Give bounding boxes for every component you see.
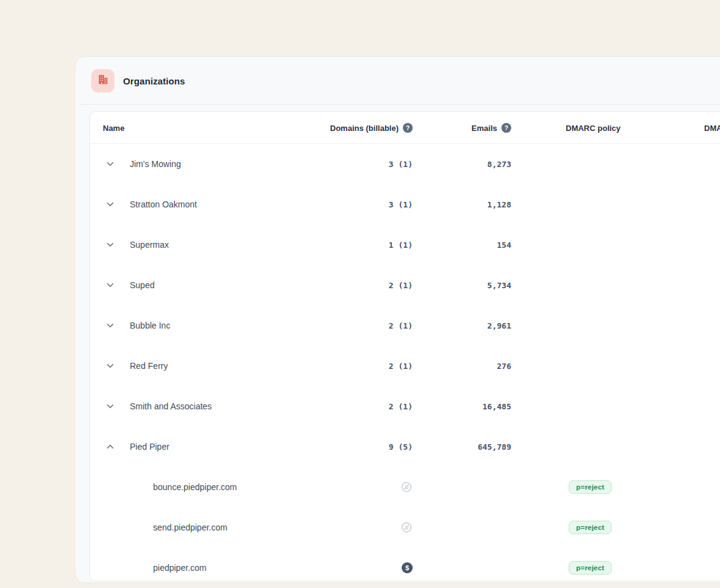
org-emails-count: 2,961	[433, 305, 511, 346]
org-domains-count: 9 (5)	[292, 426, 413, 467]
column-header-emails: Emails ?	[433, 112, 511, 144]
chevron-down-icon[interactable]	[105, 321, 115, 330]
org-domains-count: 1 (1)	[292, 225, 413, 265]
org-name: Stratton Oakmont	[130, 184, 197, 225]
chevron-down-icon[interactable]	[105, 199, 115, 209]
organizations-table: Name Domains (billable) ? Emails ? DMARC…	[89, 111, 720, 581]
column-header-domains: Domains (billable) ?	[292, 112, 413, 144]
chevron-down-icon[interactable]	[105, 401, 115, 411]
org-row-expanded[interactable]: Pied Piper 9 (5) 645,789	[90, 426, 720, 467]
billable-dollar-icon: $	[402, 562, 413, 573]
org-row[interactable]: Suped 2 (1) 5,734	[90, 265, 720, 305]
org-name: Pied Piper	[130, 426, 170, 467]
org-domains-count: 3 (1)	[292, 184, 413, 225]
org-row[interactable]: Jim's Mowing 3 (1) 8,273	[90, 144, 720, 184]
chevron-down-icon[interactable]	[105, 240, 115, 250]
org-domains-count: 3 (1)	[292, 144, 413, 184]
dmarc-policy-badge: p=reject	[569, 480, 612, 494]
org-emails-count: 645,789	[433, 426, 511, 467]
org-row[interactable]: Bubble Inc 2 (1) 2,961	[90, 305, 720, 346]
header-divider	[80, 104, 720, 105]
domain-name: send.piedpiper.com	[153, 507, 227, 548]
org-name: Bubble Inc	[130, 305, 170, 346]
org-emails-count: 1,128	[433, 184, 511, 225]
chevron-down-icon[interactable]	[105, 280, 115, 290]
domain-name: bounce.piedpiper.com	[153, 467, 237, 507]
column-header-dma-truncated: DMA	[704, 112, 720, 144]
dmarc-policy-badge: p=reject	[569, 521, 612, 534]
not-billable-icon: $	[400, 521, 413, 534]
table-body: Jim's Mowing 3 (1) 8,273 Stratton Oakmon…	[90, 144, 720, 581]
org-name: Smith and Associates	[130, 386, 212, 426]
organizations-panel: Organizations Name Domains (billable) ? …	[75, 56, 720, 583]
column-header-dmarc-policy: DMARC policy	[566, 112, 621, 144]
org-domains-count: 2 (1)	[292, 305, 413, 346]
chevron-down-icon[interactable]	[105, 159, 115, 169]
panel-header: Organizations	[75, 57, 720, 104]
dmarc-policy-badge: p=reject	[569, 561, 612, 575]
org-emails-count: 16,485	[433, 386, 511, 426]
page-title: Organizations	[123, 69, 185, 92]
org-name: Red Ferry	[130, 346, 168, 386]
org-name: Supermax	[130, 225, 169, 265]
table-header-row: Name Domains (billable) ? Emails ? DMARC…	[90, 112, 720, 144]
org-row[interactable]: Smith and Associates 2 (1) 16,485	[90, 386, 720, 426]
organizations-icon-badge	[91, 69, 114, 92]
help-icon[interactable]: ?	[501, 123, 511, 133]
chevron-up-icon[interactable]	[105, 442, 115, 452]
org-row[interactable]: Supermax 1 (1) 154	[90, 225, 720, 265]
help-icon[interactable]: ?	[403, 123, 413, 133]
org-emails-count: 154	[433, 225, 511, 265]
org-emails-count: 5,734	[433, 265, 511, 305]
domain-row: bounce.piedpiper.com $ p=reject	[90, 467, 720, 507]
domain-name: piedpiper.com	[153, 548, 206, 581]
building-icon	[96, 73, 110, 89]
org-row[interactable]: Red Ferry 2 (1) 276	[90, 346, 720, 386]
domain-row: send.piedpiper.com $ p=reject	[90, 507, 720, 548]
domain-row: piedpiper.com $ p=reject	[90, 548, 720, 581]
org-emails-count: 8,273	[433, 144, 511, 184]
not-billable-icon: $	[400, 481, 413, 493]
org-name: Jim's Mowing	[130, 144, 181, 184]
org-name: Suped	[130, 265, 154, 305]
chevron-down-icon[interactable]	[105, 361, 115, 371]
org-domains-count: 2 (1)	[292, 346, 413, 386]
column-header-name: Name	[103, 112, 124, 144]
org-domains-count: 2 (1)	[292, 265, 413, 305]
org-emails-count: 276	[433, 346, 511, 386]
org-domains-count: 2 (1)	[292, 386, 413, 426]
org-row[interactable]: Stratton Oakmont 3 (1) 1,128	[90, 184, 720, 225]
